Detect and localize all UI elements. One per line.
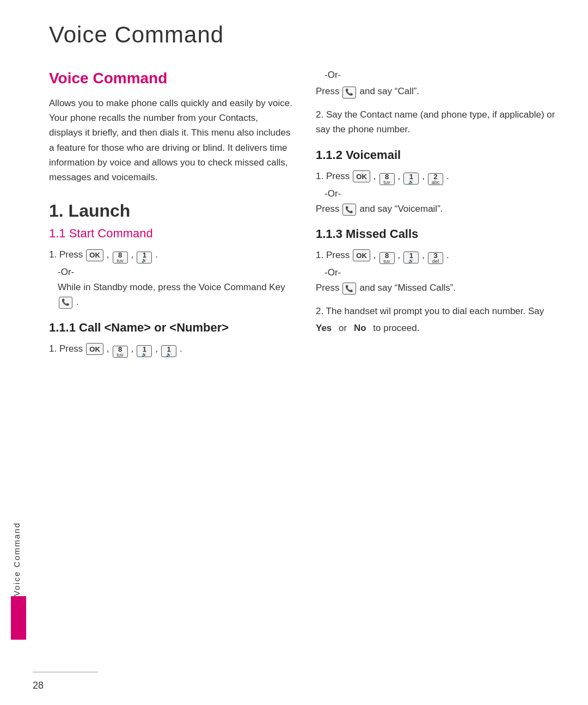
- right-column: -Or- Press 📞 and say “Call”. 2. Say the …: [316, 70, 561, 683]
- voicemail-heading: 1.1.2 Voicemail: [316, 148, 561, 162]
- bottom-divider: [33, 672, 98, 673]
- eight-key-vm: 8 tuv: [379, 173, 395, 185]
- launch-heading: 1. Launch: [49, 201, 294, 221]
- vc-key-call: 📞: [342, 87, 356, 99]
- ok-key-mc: OK: [353, 249, 370, 261]
- main-content: Voice Command Voice Command Allows you t…: [33, 0, 588, 705]
- eight-key-mc: 8 tuv: [379, 252, 395, 264]
- eight-key-1: 8 tuv: [113, 252, 128, 263]
- sidebar: Voice Command: [0, 0, 33, 705]
- start-step-1: 1. Press OK , 8 tuv ,: [49, 247, 294, 263]
- left-column: Voice Command Allows you to make phone c…: [49, 70, 294, 683]
- description-text: Allows you to make phone calls quickly a…: [49, 96, 294, 185]
- one-key-3: 1 🔊: [161, 345, 176, 357]
- page-number: 28: [33, 680, 44, 691]
- mc-press-say: Press 📞 and say “Missed Calls”.: [316, 280, 561, 295]
- eight-key-2: 8 tuv: [113, 346, 128, 358]
- one-key-1: 1 🔊: [137, 252, 152, 263]
- call-step-1: 1. Press OK , 8 tuv , 1: [49, 341, 294, 358]
- vc-key-icon: 📞: [59, 297, 72, 309]
- ok-key: OK: [86, 249, 103, 261]
- ok-key-2: OK: [86, 343, 103, 355]
- vc-key-vm: 📞: [342, 204, 356, 216]
- vm-step-1: 1. Press OK , 8 tuv , 1: [316, 169, 561, 185]
- say-contact-name: 2. Say the Contact name (and phone type,…: [316, 107, 561, 137]
- start-command-heading: 1.1 Start Command: [49, 226, 294, 241]
- section-heading-voice-command: Voice Command: [49, 70, 294, 87]
- sidebar-label: Voice Command: [12, 522, 21, 596]
- while-text: While in Standby mode, press the Voice C…: [58, 280, 294, 309]
- mc-step-1: 1. Press OK , 8 tuv , 1: [316, 248, 561, 264]
- vc-key-mc: 📞: [342, 283, 356, 295]
- mc-step-2: 2. The handset wil prompt you to dial ea…: [316, 304, 561, 335]
- vm-press-say: Press 📞 and say “Voicemail”.: [316, 201, 561, 216]
- call-name-heading: 1.1.1 Call <Name> or <Number>: [49, 321, 294, 335]
- press-say-call: Press 📞 and say “Call”.: [316, 84, 561, 99]
- sidebar-bar: [11, 596, 26, 640]
- two-key-vm: 2 abc: [428, 173, 443, 185]
- mc-or: -Or-: [324, 267, 561, 278]
- vm-or: -Or-: [324, 188, 561, 199]
- one-key-mc: 1 🔊: [403, 252, 419, 263]
- or-text-1: -Or-: [58, 267, 294, 278]
- two-col-layout: Voice Command Allows you to make phone c…: [49, 70, 561, 683]
- three-key-mc: 3 def: [428, 252, 443, 264]
- ok-key-vm: OK: [353, 170, 370, 182]
- page-container: Voice Command Voice Command Voice Comman…: [0, 0, 588, 705]
- missed-calls-heading: 1.1.3 Missed Calls: [316, 227, 561, 241]
- one-key-vm: 1 🔊: [403, 173, 419, 185]
- one-key-2: 1 🔊: [137, 345, 152, 357]
- page-title: Voice Command: [49, 22, 561, 48]
- or-text-right-1: -Or-: [324, 70, 561, 81]
